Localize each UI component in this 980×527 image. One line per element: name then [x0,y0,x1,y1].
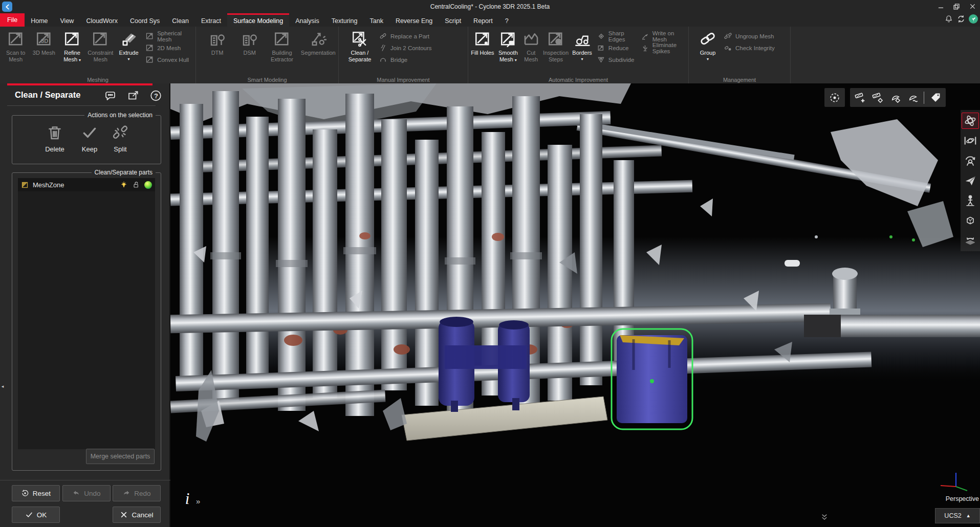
projection-label: Perspective [938,495,979,502]
group-caption-meshing: Meshing [0,77,195,83]
split-action[interactable]: Split [102,124,138,153]
info-button[interactable]: i [180,489,195,509]
join-2-contours-button[interactable]: Join 2 Contours [379,42,432,53]
ok-button[interactable]: OK [12,507,60,523]
tab-script[interactable]: Script [439,13,467,27]
list-item-meshzone[interactable]: MeshZone [18,178,155,191]
bridge-button[interactable]: Bridge [379,54,432,65]
tab-file[interactable]: File [0,13,25,27]
dsm-button[interactable]: DSM [235,29,264,56]
scan-to-mesh-button[interactable]: Scan to Mesh [2,29,29,63]
cancel-button[interactable]: Cancel [113,507,161,523]
constraint-mesh-button[interactable]: Constraint Mesh [87,29,114,63]
delete-action[interactable]: Delete [37,124,73,153]
2d-mesh-button[interactable]: 2D Mesh [145,42,193,53]
turntable-tool[interactable] [962,232,979,249]
view-cube-tool[interactable] [962,212,979,229]
chevron-down-icon: ▾ [571,57,594,61]
merge-selected-parts-button[interactable]: Merge selected parts [86,449,155,464]
comment-icon[interactable] [103,90,117,102]
eliminate-spikes-button[interactable]: Eliminate Spikes [641,42,686,53]
sync-icon[interactable] [956,14,966,24]
chevron-down-icon: ▾ [515,58,517,62]
help-icon[interactable] [149,90,163,102]
tab-report[interactable]: Report [467,13,499,27]
spherical-mesh-button[interactable]: Spherical Mesh [145,31,193,41]
write-on-mesh-button[interactable]: Write on Mesh [641,31,686,41]
redo-button[interactable]: Redo [113,485,161,501]
tab-clean[interactable]: Clean [166,13,195,27]
close-button[interactable] [965,0,980,13]
reduce-button[interactable]: Reduce [597,42,635,53]
angle-wave-icon[interactable] [906,92,919,104]
segmentation-button[interactable]: Segmentation [300,29,336,56]
tab-surface-modeling[interactable]: Surface Modeling [227,13,289,27]
subdivide-button[interactable]: Subdivide [597,54,635,65]
tag-icon[interactable] [929,92,942,104]
refine-mesh-button[interactable]: Refine Mesh▾ [58,29,85,63]
tab-analysis[interactable]: Analysis [289,13,325,27]
color-sphere-icon[interactable] [144,181,152,189]
cut-mesh-button[interactable]: Cut Mesh [521,29,541,63]
clean-separate-button[interactable]: Clean / Separate [344,29,376,63]
sharp-edges-button[interactable]: Sharp Edges [597,31,635,41]
examine-tool[interactable] [962,152,979,169]
convex-hull-button[interactable]: Convex Hull [145,54,193,65]
menu-tab-bar: File Home View CloudWorx Coord Sys Clean… [0,13,980,27]
3d-mesh-button[interactable]: 3D Mesh [30,29,57,56]
extrude-button[interactable]: Extrude▾ [115,29,142,61]
reset-button[interactable]: Reset [12,485,60,501]
redo-icon [122,489,130,497]
lock-open-icon[interactable] [132,181,140,189]
tab-texturing[interactable]: Texturing [325,13,364,27]
tab-home[interactable]: Home [25,13,54,27]
chevron-down-icon: ▾ [79,58,81,62]
tab-tank[interactable]: Tank [363,13,389,27]
constrained-orbit-tool[interactable] [962,133,979,149]
angle-icon[interactable] [889,92,901,104]
tab-cloudworx[interactable]: CloudWorx [80,13,124,27]
divider [0,480,170,480]
parts-list[interactable]: MeshZone [18,178,155,449]
restore-button[interactable] [949,0,964,13]
minimize-button[interactable] [933,0,948,13]
tab-reverse-eng[interactable]: Reverse Eng [389,13,439,27]
orbit-tool[interactable] [962,113,979,129]
tab-view[interactable]: View [54,13,80,27]
reset-icon [21,489,29,497]
walk-icon [964,194,977,207]
group-caption-automatic-improvement: Automatic Improvement [468,77,688,83]
view-cube-icon [964,214,977,227]
chevron-up-icon: ▲ [966,513,971,518]
fly-tool[interactable] [962,172,979,189]
building-extractor-button[interactable]: Building Extractor [268,29,296,63]
viewport-3d-scene[interactable] [170,83,980,527]
walk-tool[interactable] [962,192,979,209]
inspection-steps-button[interactable]: Inspection Steps [542,29,570,63]
bulb-icon[interactable] [120,181,128,189]
check-integrity-button[interactable]: Check Integrity [724,42,775,53]
replace-a-part-button[interactable]: Replace a Part [379,31,432,41]
dtm-button[interactable]: DTM [203,29,231,56]
panel-title: Clean / Separate [15,90,80,100]
tab-extract[interactable]: Extract [195,13,227,27]
divider [924,92,924,104]
ungroup-mesh-button[interactable]: Ungroup Mesh [724,31,775,41]
popout-icon[interactable] [126,90,140,102]
measure-add-icon[interactable] [854,92,866,104]
panel-collapse-arrow[interactable]: ◂ [0,382,5,390]
borders-button[interactable]: Borders▾ [571,29,594,61]
smooth-mesh-button[interactable]: Smooth Mesh▾ [496,29,520,63]
tab-help[interactable]: ? [499,13,515,27]
measure-part-icon[interactable] [872,92,884,104]
bell-icon[interactable] [944,14,953,24]
group-button[interactable]: Group▾ [695,29,721,61]
sprout-badge-icon[interactable] [969,14,978,24]
undo-button[interactable]: Undo [62,485,111,501]
toolbar-collapse-chevron[interactable] [819,513,830,520]
fill-holes-button[interactable]: Fill Holes [470,29,495,56]
info-expand-chevron[interactable]: » [196,497,200,506]
tab-coord-sys[interactable]: Coord Sys [124,13,166,27]
ucs-selector-button[interactable]: UCS2▲ [935,508,980,523]
target-tool-button[interactable] [824,88,845,107]
